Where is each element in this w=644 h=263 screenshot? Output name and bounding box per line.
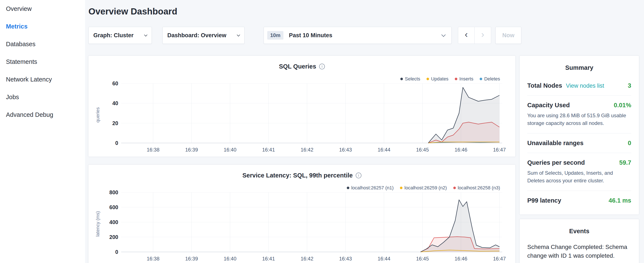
svg-text:16:45: 16:45 (416, 147, 429, 153)
svg-text:16:46: 16:46 (454, 147, 467, 153)
summary-value: 3 (628, 82, 631, 89)
summary-row-capacity-used: Capacity Used0.01%You are using 28.6 MiB… (527, 96, 631, 133)
info-icon[interactable]: i (356, 173, 362, 178)
svg-text:40: 40 (112, 100, 118, 106)
charts-column: SQL Queries i SelectsUpdatesInsertsDelet… (88, 56, 515, 263)
svg-text:400: 400 (109, 219, 118, 225)
page-title: Overview Dashboard (88, 7, 639, 17)
view-nodes-list-link[interactable]: View nodes list (566, 83, 604, 89)
svg-text:16:47: 16:47 (493, 256, 506, 261)
summary-row-main: Capacity Used0.01% (527, 102, 631, 109)
svg-text:16:39: 16:39 (185, 256, 198, 261)
summary-row-queries-per-second: Queries per second59.7Sum of Selects, Up… (527, 153, 631, 191)
svg-text:600: 600 (109, 204, 118, 210)
sidebar-item-metrics[interactable]: Metrics (6, 18, 85, 35)
summary-label: Unavailable ranges (527, 140, 584, 147)
svg-text:16:41: 16:41 (262, 256, 275, 261)
sidebar-item-network-latency[interactable]: Network Latency (6, 71, 85, 88)
summary-value: 59.7 (619, 159, 631, 166)
time-range-dropdown[interactable]: 10m Past 10 Minutes (264, 27, 452, 44)
now-button[interactable]: Now (496, 27, 521, 44)
app-root: OverviewMetricsDatabasesStatementsNetwor… (0, 0, 644, 263)
right-sidebar: Summary Total NodesView nodes list3Capac… (520, 56, 639, 263)
time-pager: ‹ › (458, 27, 491, 44)
svg-text:16:42: 16:42 (301, 147, 314, 153)
time-window-badge: 10m (267, 31, 284, 40)
summary-subtext: You are using 28.6 MiB of 515.9 GiB usab… (527, 112, 631, 127)
summary-card: Summary Total NodesView nodes list3Capac… (520, 56, 639, 214)
chart-title-row: SQL Queries i (88, 56, 515, 70)
sidebar-item-databases[interactable]: Databases (6, 35, 85, 53)
summary-row-main: Unavailable ranges0 (527, 140, 631, 147)
svg-text:16:40: 16:40 (224, 256, 236, 261)
summary-row-main: Queries per second59.7 (527, 159, 631, 166)
svg-text:16:45: 16:45 (416, 256, 429, 261)
summary-value: 46.1 ms (609, 197, 631, 204)
dashboard-body: SQL Queries i SelectsUpdatesInsertsDelet… (88, 56, 639, 263)
event-text: Schema Change Completed: Schema change w… (527, 243, 631, 260)
summary-rows: Total NodesView nodes list3Capacity Used… (527, 76, 631, 210)
svg-text:16:39: 16:39 (185, 147, 198, 153)
svg-text:16:42: 16:42 (301, 256, 314, 261)
summary-row-p99-latency: P99 latency46.1 ms (527, 191, 631, 210)
svg-text:16:43: 16:43 (339, 256, 352, 261)
info-icon[interactable]: i (319, 64, 325, 69)
summary-label: Total Nodes (527, 82, 562, 89)
svg-text:16:44: 16:44 (378, 147, 390, 153)
graph-scope-label: Graph: Cluster (93, 32, 134, 39)
chevron-down-icon (237, 33, 240, 36)
sidebar-item-overview[interactable]: Overview (6, 0, 85, 18)
svg-text:200: 200 (109, 234, 118, 240)
main-content: Overview Dashboard Graph: Cluster Dashbo… (85, 0, 644, 263)
svg-text:16:43: 16:43 (339, 147, 352, 153)
svg-text:0: 0 (115, 249, 118, 255)
summary-row-main: Total NodesView nodes list3 (527, 82, 631, 89)
sidebar-item-advanced-debug[interactable]: Advanced Debug (6, 106, 85, 124)
summary-subtext: Sum of Selects, Updates, Inserts, and De… (527, 169, 631, 184)
chart-canvas: 16:3816:3916:4016:4116:4216:4316:4416:45… (88, 187, 515, 263)
svg-text:16:38: 16:38 (147, 147, 160, 153)
summary-value: 0.01% (614, 102, 631, 109)
summary-row-unavailable-ranges: Unavailable ranges0 (527, 133, 631, 153)
time-next-button[interactable]: › (474, 27, 491, 44)
summary-title: Summary (527, 56, 631, 71)
chart-title: SQL Queries (279, 63, 316, 70)
chevron-down-icon (442, 33, 446, 37)
chart-title-row: Service Latency: SQL, 99th percentile i (88, 165, 515, 179)
graph-scope-dropdown[interactable]: Graph: Cluster (88, 27, 152, 44)
svg-text:0: 0 (115, 140, 118, 146)
summary-label: P99 latency (527, 197, 561, 204)
event-item[interactable]: Schema Change Completed: Schema change w… (527, 243, 631, 263)
svg-text:16:38: 16:38 (147, 256, 160, 261)
summary-row-main: P99 latency46.1 ms (527, 197, 631, 204)
svg-text:20: 20 (112, 120, 118, 126)
svg-text:16:41: 16:41 (262, 147, 275, 153)
sidebar-item-statements[interactable]: Statements (6, 53, 85, 71)
svg-text:800: 800 (109, 189, 118, 195)
summary-row-total-nodes: Total NodesView nodes list3 (527, 76, 631, 96)
chevron-down-icon (144, 33, 148, 36)
summary-value: 0 (628, 140, 631, 147)
chart-card-service-latency: Service Latency: SQL, 99th percentile i … (88, 165, 515, 263)
dashboard-label: Dashboard: Overview (167, 32, 226, 39)
chart-card-sql-queries: SQL Queries i SelectsUpdatesInsertsDelet… (88, 56, 515, 157)
svg-text:16:46: 16:46 (454, 256, 467, 261)
time-window-label: Past 10 Minutes (289, 32, 332, 39)
summary-label: Queries per second (527, 159, 585, 166)
sidebar: OverviewMetricsDatabasesStatementsNetwor… (0, 0, 85, 263)
chart-plot: 16:3816:3916:4016:4116:4216:4316:4416:45… (88, 78, 515, 154)
svg-text:16:40: 16:40 (224, 147, 236, 153)
events-list: Schema Change Completed: Schema change w… (527, 243, 631, 263)
chart-canvas: 16:3816:3916:4016:4116:4216:4316:4416:45… (88, 78, 515, 154)
summary-label: Capacity Used (527, 102, 570, 109)
svg-text:60: 60 (112, 80, 118, 86)
time-prev-button[interactable]: ‹ (458, 27, 474, 44)
chart-title: Service Latency: SQL, 99th percentile (242, 172, 353, 179)
events-card: Events Schema Change Completed: Schema c… (520, 219, 639, 263)
sidebar-item-jobs[interactable]: Jobs (6, 88, 85, 106)
toolbar: Graph: Cluster Dashboard: Overview 10m P… (88, 27, 639, 44)
dashboard-dropdown[interactable]: Dashboard: Overview (162, 27, 244, 44)
chart-plot: 16:3816:3916:4016:4116:4216:4316:4416:45… (88, 187, 515, 263)
svg-text:16:44: 16:44 (378, 256, 390, 261)
svg-text:16:47: 16:47 (493, 147, 506, 153)
